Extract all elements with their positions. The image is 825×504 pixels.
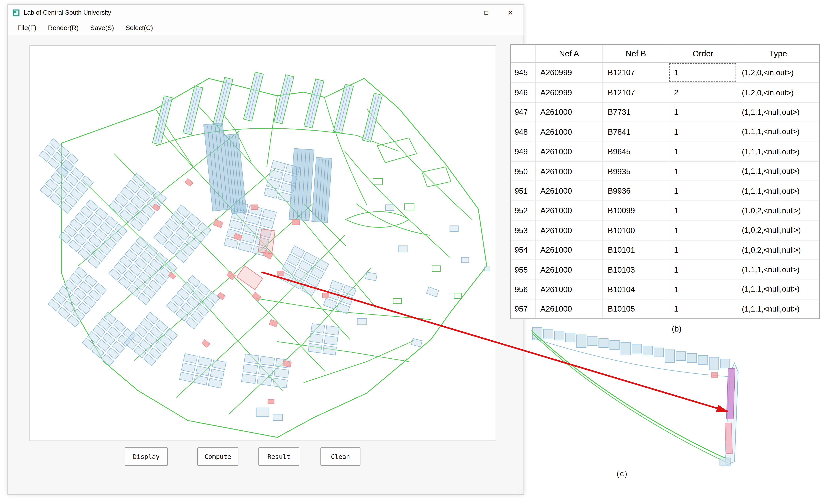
cell-order[interactable]: 1 <box>669 279 737 299</box>
figure-canvas: Lab of Central South University — □ ✕ Fi… <box>0 0 825 504</box>
table-header-row: Nef ANef BOrderType <box>511 45 819 63</box>
cell-type[interactable]: (1,0,2,<null,null>) <box>737 240 819 259</box>
cell-type[interactable]: (1,1,1,<null,out>) <box>737 279 819 299</box>
cell-order[interactable]: 1 <box>669 200 737 220</box>
table-row: 952A261000B100991(1,0,2,<null,null>) <box>511 200 819 220</box>
cell-nefA[interactable]: A261000 <box>535 181 603 200</box>
cell-order[interactable]: 1 <box>669 122 737 141</box>
cell-index: 952 <box>511 200 535 220</box>
cell-order[interactable]: 1 <box>669 240 737 259</box>
maximize-button[interactable]: □ <box>474 5 498 20</box>
cell-order[interactable]: 1 <box>669 102 737 122</box>
clean-button[interactable]: Clean <box>320 447 360 466</box>
cell-type[interactable]: (1,0,2,<null,null>) <box>737 200 819 220</box>
menu-item-select[interactable]: Select(C) <box>120 24 159 31</box>
header-order: Order <box>669 45 737 62</box>
compute-button[interactable]: Compute <box>197 447 238 466</box>
table-row: 955A261000B101031(1,1,1,<null,out>) <box>511 259 819 279</box>
cell-nefB[interactable]: B12107 <box>603 82 669 102</box>
app-window: Lab of Central South University — □ ✕ Fi… <box>7 4 524 495</box>
table-row: 956A261000B101041(1,1,1,<null,out>) <box>511 279 819 299</box>
cell-order[interactable]: 1 <box>669 161 737 181</box>
cell-order[interactable]: 1 <box>669 63 737 82</box>
cell-type[interactable]: (1,1,1,<null,out>) <box>737 259 819 279</box>
cell-type[interactable]: (1,1,1,<null,out>) <box>737 181 819 200</box>
cell-nefB[interactable]: B9645 <box>603 141 669 161</box>
cell-nefA[interactable]: A261000 <box>535 259 603 279</box>
cell-type[interactable]: (1,1,1,<null,out>) <box>737 122 819 141</box>
display-button[interactable]: Display <box>125 447 168 466</box>
cell-index: 957 <box>511 299 535 318</box>
cell-nefB[interactable]: B7731 <box>603 102 669 122</box>
cell-type[interactable]: (1,1,1,<null,out>) <box>737 299 819 318</box>
table-row: 950A261000B99351(1,1,1,<null,out>) <box>511 161 819 181</box>
close-button[interactable]: ✕ <box>498 5 522 20</box>
cell-type[interactable]: (1,2,0,<in,out>) <box>737 82 819 102</box>
cell-type[interactable]: (1,2,0,<in,out>) <box>737 63 819 82</box>
menu-item-render[interactable]: Render(R) <box>42 24 84 31</box>
cell-nefB[interactable]: B9935 <box>603 161 669 181</box>
cell-nefA[interactable]: A261000 <box>535 200 603 220</box>
result-button[interactable]: Result <box>258 447 299 466</box>
cell-type[interactable]: (1,1,1,<null,out>) <box>737 161 819 181</box>
cell-nefB[interactable]: B10099 <box>603 200 669 220</box>
cell-nefB[interactable]: B9936 <box>603 181 669 200</box>
header-nefA: Nef A <box>535 45 603 62</box>
cell-nefA[interactable]: A261000 <box>535 299 603 318</box>
cell-nefB[interactable]: B10104 <box>603 279 669 299</box>
cell-nefA[interactable]: A261000 <box>535 122 603 141</box>
cell-nefB[interactable]: B10101 <box>603 240 669 259</box>
window-controls: — □ ✕ <box>450 5 522 20</box>
table-row: 945A260999B121071(1,2,0,<in,out>) <box>511 63 819 82</box>
header-type: Type <box>737 45 819 62</box>
resize-grip[interactable] <box>517 488 522 493</box>
menu-item-file[interactable]: File(F) <box>12 24 42 31</box>
cell-index: 953 <box>511 220 535 240</box>
cell-index: 955 <box>511 259 535 279</box>
table-row: 954A261000B101011(1,0,2,<null,null>) <box>511 240 819 259</box>
header-nefB: Nef B <box>603 45 669 62</box>
cell-nefA[interactable]: A261000 <box>535 161 603 181</box>
cell-order[interactable]: 2 <box>669 82 737 102</box>
cell-nefA[interactable]: A261000 <box>535 240 603 259</box>
cell-nefB[interactable]: B10103 <box>603 259 669 279</box>
title-bar[interactable]: Lab of Central South University — □ ✕ <box>8 5 523 20</box>
city-map <box>30 46 496 440</box>
cell-nefA[interactable]: A261000 <box>535 220 603 240</box>
window-title: Lab of Central South University <box>24 9 111 16</box>
header-index <box>511 45 535 62</box>
cell-index: 948 <box>511 122 535 141</box>
table-row: 953A261000B101001(1,0,2,<null,null>) <box>511 220 819 240</box>
table-row: 947A261000B77311(1,1,1,<null,out>) <box>511 102 819 122</box>
cell-order[interactable]: 1 <box>669 181 737 200</box>
cell-order[interactable]: 1 <box>669 299 737 318</box>
table-row: 949A261000B96451(1,1,1,<null,out>) <box>511 141 819 161</box>
table-row: 951A261000B99361(1,1,1,<null,out>) <box>511 181 819 200</box>
map-canvas[interactable] <box>29 45 496 441</box>
cell-order[interactable]: 1 <box>669 141 737 161</box>
cell-index: 950 <box>511 161 535 181</box>
cell-nefA[interactable]: A261000 <box>535 102 603 122</box>
cell-nefB[interactable]: B7841 <box>603 122 669 141</box>
cell-nefA[interactable]: A260999 <box>535 82 603 102</box>
minimize-button[interactable]: — <box>450 5 474 20</box>
cell-index: 946 <box>511 82 535 102</box>
cell-index: 949 <box>511 141 535 161</box>
cell-type[interactable]: (1,1,1,<null,out>) <box>737 141 819 161</box>
cell-type[interactable]: (1,1,1,<null,out>) <box>737 102 819 122</box>
cell-type[interactable]: (1,0,2,<null,null>) <box>737 220 819 240</box>
cell-index: 947 <box>511 102 535 122</box>
detail-map <box>526 322 768 496</box>
cell-nefA[interactable]: A260999 <box>535 63 603 82</box>
menu-item-save[interactable]: Save(S) <box>84 24 120 31</box>
detail-view <box>526 322 768 496</box>
cell-nefB[interactable]: B10100 <box>603 220 669 240</box>
cell-nefB[interactable]: B10105 <box>603 299 669 318</box>
cell-nefA[interactable]: A261000 <box>535 279 603 299</box>
nef-table: Nef ANef BOrderType945A260999B121071(1,2… <box>510 44 820 319</box>
menu-bar: File(F)Render(R)Save(S)Select(C) <box>8 20 523 35</box>
cell-nefB[interactable]: B12107 <box>603 63 669 82</box>
cell-nefA[interactable]: A261000 <box>535 141 603 161</box>
cell-order[interactable]: 1 <box>669 259 737 279</box>
cell-order[interactable]: 1 <box>669 220 737 240</box>
